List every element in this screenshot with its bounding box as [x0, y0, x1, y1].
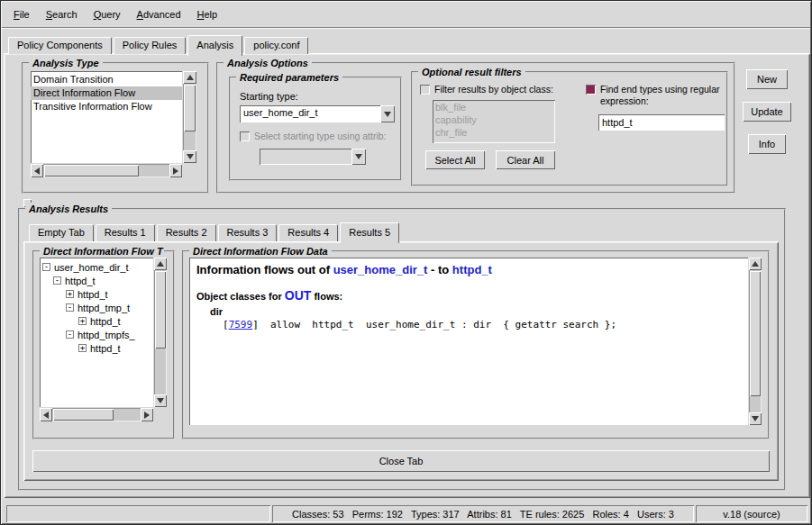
tab-empty-tab[interactable]: Empty Tab: [29, 224, 94, 241]
menu-query[interactable]: Query: [86, 6, 129, 23]
results-panel: Direct Information Flow T - user_home_di…: [23, 241, 779, 481]
scroll-down-icon[interactable]: [749, 412, 762, 425]
tree-node-label[interactable]: httpd_tmpfs_: [78, 330, 135, 340]
analysis-type-vscrollbar[interactable]: [183, 71, 196, 163]
tree-node[interactable]: + httpd_t: [40, 314, 153, 328]
tree-expander-icon[interactable]: -: [53, 276, 61, 285]
scroll-up-icon[interactable]: [183, 71, 196, 84]
flow-data-vscrollbar[interactable]: [749, 258, 762, 425]
flow-tree-title: Direct Information Flow T: [40, 245, 164, 258]
list-item[interactable]: Domain Transition: [31, 73, 182, 86]
menu-file[interactable]: File: [5, 6, 38, 23]
scroll-right-icon[interactable]: [169, 164, 182, 177]
regex-checkbox-row: Find end types using regular expression:: [586, 84, 723, 107]
tree-node[interactable]: + httpd_t: [40, 287, 153, 301]
tab-policy-components[interactable]: Policy Components: [8, 37, 112, 54]
clear-all-button[interactable]: Clear All: [496, 150, 555, 169]
flow-data-textarea[interactable]: Information flows out of user_home_dir_t…: [189, 258, 748, 425]
flow-heading: Information flows out of user_home_dir_t…: [196, 263, 743, 276]
tab-results-2[interactable]: Results 2: [157, 224, 216, 241]
analysis-type-group: Analysis Type Domain Transition Direct I…: [22, 62, 209, 194]
attrib-checkbox: [240, 131, 250, 141]
tab-policy-rules[interactable]: Policy Rules: [114, 37, 187, 54]
list-item-disabled: blk_file: [433, 101, 555, 113]
scroll-down-icon[interactable]: [154, 394, 167, 407]
menu-bar: File Search Query Advanced Help: [2, 2, 810, 26]
analysis-type-listbox[interactable]: Domain Transition Direct Information Flo…: [31, 71, 182, 163]
tree-node-label[interactable]: httpd_t: [90, 316, 121, 327]
analysis-type-hscrollbar[interactable]: [31, 164, 182, 177]
tab-results-5[interactable]: Results 5: [340, 222, 399, 243]
starting-type-value: user_home_dir_t: [240, 105, 380, 122]
select-all-button[interactable]: Select All: [425, 150, 485, 169]
tree-node[interactable]: - user_home_dir_t: [40, 260, 153, 274]
scroll-track[interactable]: [749, 270, 762, 412]
tree-node-label[interactable]: httpd_t: [78, 289, 108, 300]
flow-tree-vscrollbar[interactable]: [154, 258, 167, 407]
analysis-results-title: Analysis Results: [25, 203, 112, 215]
tree-node-label[interactable]: user_home_dir_t: [54, 262, 129, 273]
app-window: File Search Query Advanced Help Policy C…: [0, 0, 812, 525]
object-class-listbox: blk_file capability chr_file: [433, 100, 555, 143]
tree-node-label[interactable]: httpd_tmp_t: [78, 303, 130, 313]
starting-type-combobox[interactable]: user_home_dir_t: [240, 105, 395, 122]
tree-expander-icon[interactable]: -: [42, 263, 50, 271]
update-button[interactable]: Update: [743, 102, 791, 122]
menu-help[interactable]: Help: [189, 6, 226, 23]
regex-input[interactable]: [598, 114, 725, 131]
menu-advanced[interactable]: Advanced: [129, 6, 189, 23]
tree-expander-icon[interactable]: +: [78, 344, 87, 352]
tab-results-1[interactable]: Results 1: [96, 224, 155, 241]
tree-node-label[interactable]: httpd_t: [65, 276, 96, 286]
scroll-thumb[interactable]: [53, 409, 114, 421]
scroll-up-icon[interactable]: [154, 258, 167, 270]
scroll-left-icon[interactable]: [31, 164, 43, 177]
flow-tree[interactable]: - user_home_dir_t - httpd_t + httpd_t: [40, 258, 153, 407]
tab-analysis[interactable]: Analysis: [187, 35, 242, 56]
regex-checkbox-label: Find end types using regular expression:: [600, 84, 723, 107]
scroll-track[interactable]: [183, 84, 196, 150]
scroll-thumb[interactable]: [750, 271, 761, 396]
scroll-track[interactable]: [43, 164, 169, 177]
new-button[interactable]: New: [746, 69, 788, 89]
scroll-left-icon[interactable]: [40, 408, 52, 421]
scroll-thumb[interactable]: [44, 165, 139, 177]
list-item-disabled: capability: [433, 113, 555, 126]
list-item-disabled: chr_file: [433, 126, 555, 139]
tab-results-3[interactable]: Results 3: [218, 224, 278, 241]
close-tab-button[interactable]: Close Tab: [32, 450, 770, 472]
chevron-down-icon[interactable]: [380, 105, 395, 122]
tree-expander-icon[interactable]: +: [66, 290, 74, 298]
list-item[interactable]: Transitive Information Flow: [31, 100, 182, 113]
tree-node[interactable]: - httpd_tmpfs_: [40, 328, 153, 341]
flow-tree-hscrollbar[interactable]: [40, 408, 153, 421]
tree-node[interactable]: - httpd_tmp_t: [40, 301, 153, 314]
tree-expander-icon[interactable]: -: [66, 330, 74, 339]
tree-node[interactable]: - httpd_t: [40, 274, 153, 287]
scroll-track[interactable]: [52, 408, 141, 421]
tree-expander-icon[interactable]: +: [78, 317, 87, 325]
flow-source-type: user_home_dir_t: [333, 263, 428, 276]
rule-number-link[interactable]: 7599: [229, 319, 253, 330]
regex-checkbox[interactable]: [586, 85, 596, 95]
filter-by-class-checkbox[interactable]: [420, 85, 430, 95]
menu-separator: [2, 27, 810, 29]
menu-search[interactable]: Search: [38, 6, 86, 23]
tree-expander-icon[interactable]: -: [66, 303, 74, 312]
scroll-down-icon[interactable]: [183, 150, 196, 163]
scroll-right-icon[interactable]: [141, 408, 153, 421]
chevron-down-icon: [351, 149, 366, 165]
list-item-selected[interactable]: Direct Information Flow: [31, 86, 182, 100]
tab-policy-conf[interactable]: policy.conf: [244, 37, 308, 54]
attrib-checkbox-row: Select starting type using attrib:: [240, 131, 398, 142]
optional-filters-group: Optional result filters Filter results b…: [411, 71, 728, 186]
scroll-up-icon[interactable]: [749, 258, 762, 270]
status-policy-version: v.18 (source): [696, 505, 807, 522]
scroll-thumb[interactable]: [155, 271, 166, 348]
info-button[interactable]: Info: [748, 134, 786, 154]
tree-node-label[interactable]: httpd_t: [90, 343, 121, 354]
scroll-track[interactable]: [154, 270, 167, 394]
scroll-thumb[interactable]: [184, 85, 196, 131]
tab-results-4[interactable]: Results 4: [278, 224, 338, 241]
tree-node[interactable]: + httpd_t: [40, 341, 153, 355]
